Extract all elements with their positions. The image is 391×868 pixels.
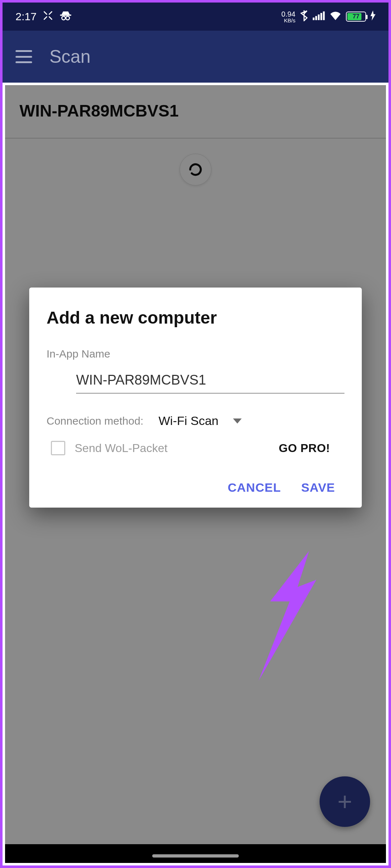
connection-dropdown[interactable]: Wi-Fi Scan bbox=[159, 414, 242, 428]
tools-icon bbox=[43, 10, 53, 23]
svg-rect-5 bbox=[318, 14, 320, 20]
nav-bar bbox=[5, 844, 386, 863]
cellular-icon bbox=[313, 10, 325, 23]
status-time: 2:17 bbox=[16, 10, 36, 23]
wol-checkbox[interactable] bbox=[51, 441, 65, 455]
connection-value: Wi-Fi Scan bbox=[159, 414, 219, 428]
network-rate: 0.94 KB/s bbox=[281, 10, 295, 23]
svg-rect-3 bbox=[313, 18, 315, 20]
add-computer-dialog: Add a new computer In-App Name Connectio… bbox=[29, 288, 362, 508]
dialog-title: Add a new computer bbox=[47, 308, 344, 328]
battery-icon: 77 bbox=[346, 12, 366, 22]
charging-icon bbox=[370, 10, 375, 23]
svg-point-1 bbox=[62, 16, 66, 20]
chevron-down-icon bbox=[233, 418, 242, 424]
cancel-button[interactable]: CANCEL bbox=[228, 481, 281, 495]
app-bar: Scan bbox=[3, 31, 388, 83]
name-input[interactable] bbox=[76, 370, 344, 394]
wifi-icon bbox=[329, 10, 342, 23]
menu-icon[interactable] bbox=[16, 50, 32, 63]
svg-rect-0 bbox=[60, 14, 71, 16]
svg-point-2 bbox=[66, 16, 70, 20]
connection-label: Connection method: bbox=[47, 415, 144, 427]
bluetooth-icon bbox=[300, 10, 308, 24]
app-title: Scan bbox=[49, 46, 91, 67]
incognito-icon bbox=[60, 10, 72, 23]
svg-rect-6 bbox=[320, 13, 322, 20]
svg-rect-4 bbox=[315, 16, 317, 20]
go-pro-button[interactable]: GO PRO! bbox=[279, 442, 330, 455]
home-indicator[interactable] bbox=[152, 854, 239, 858]
status-bar: 2:17 0.94 KB/s bbox=[3, 3, 388, 31]
name-field-label: In-App Name bbox=[47, 348, 344, 360]
save-button[interactable]: SAVE bbox=[301, 481, 335, 495]
wol-label: Send WoL-Packet bbox=[75, 442, 167, 455]
svg-rect-7 bbox=[323, 12, 325, 20]
